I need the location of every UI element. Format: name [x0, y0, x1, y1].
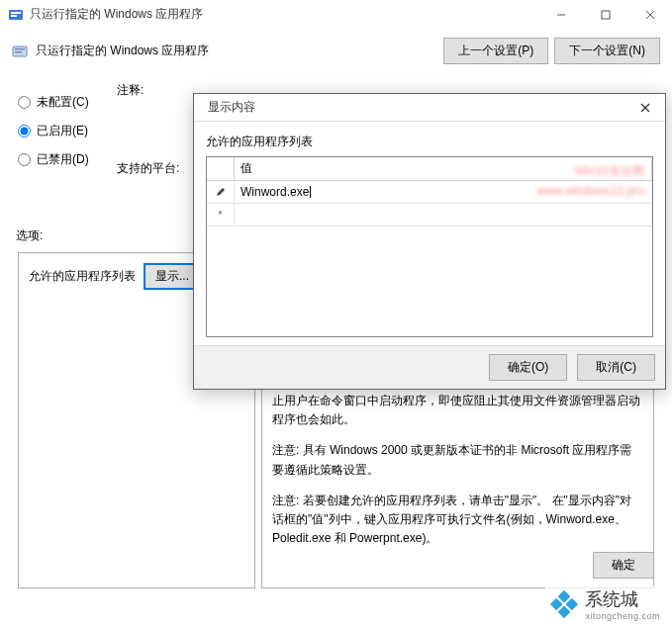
svg-rect-4 [602, 11, 610, 19]
svg-rect-8 [15, 48, 25, 50]
radio-disabled[interactable]: 已禁用(D) [18, 151, 107, 168]
svg-rect-9 [15, 51, 22, 53]
help-p1: 止用户在命令窗口中启动程序，即使应阻止其使用文件资源管理器启动程序也会如此。 [272, 392, 643, 429]
dialog-list-label: 允许的应用程序列表 [206, 134, 653, 150]
dialog-titlebar: 显示内容 [194, 94, 665, 122]
svg-rect-15 [558, 605, 571, 618]
value-grid[interactable]: Win10专业网 www.windows10.pro 值 Winword.exe… [206, 156, 653, 337]
radio-disabled-input[interactable] [18, 153, 31, 166]
branding-url: xitongcheng.com [585, 611, 660, 621]
header-row: 只运行指定的 Windows 应用程序 上一个设置(P) 下一个设置(N) [0, 30, 672, 72]
app-icon [8, 7, 24, 23]
dialog-title: 显示内容 [208, 99, 625, 116]
radio-enabled-input[interactable] [18, 125, 31, 137]
help-p2: 注意: 具有 Windows 2000 或更新版本证书的非 Microsoft … [272, 441, 643, 479]
svg-rect-1 [11, 12, 21, 14]
branding-text: 系统城 xitongcheng.com [585, 587, 660, 621]
svg-rect-2 [11, 15, 17, 17]
pencil-icon [207, 181, 235, 203]
window-title: 只运行指定的 Windows 应用程序 [30, 6, 538, 23]
dialog-ok-button[interactable]: 确定(O) [489, 354, 567, 381]
radio-enabled-label: 已启用(E) [37, 123, 88, 139]
dialog-body: 允许的应用程序列表 Win10专业网 www.windows10.pro 值 W… [194, 122, 665, 345]
window-controls [538, 0, 672, 30]
grid-header: 值 [207, 157, 652, 181]
main-titlebar: 只运行指定的 Windows 应用程序 [0, 0, 672, 30]
minimize-button[interactable] [538, 0, 583, 30]
maximize-button[interactable] [583, 0, 627, 30]
dialog-cancel-button[interactable]: 取消(C) [577, 354, 655, 381]
radio-column: 未配置(C) 已启用(E) 已禁用(D) [18, 82, 107, 180]
grid-row-edit[interactable]: Winword.exe [207, 181, 652, 204]
main-footer: 确定 [593, 552, 654, 579]
policy-icon [12, 44, 28, 59]
grid-header-rowhead [207, 157, 235, 180]
grid-header-value[interactable]: 值 [235, 157, 652, 180]
grid-cell-value-edit[interactable]: Winword.exe [235, 181, 652, 203]
radio-not-configured-input[interactable] [18, 96, 31, 109]
next-setting-button[interactable]: 下一个设置(N) [554, 38, 660, 64]
dialog-window-controls [625, 94, 665, 122]
branding-logo-icon [549, 589, 579, 619]
help-p3: 注意: 若要创建允许的应用程序列表，请单击"显示"。 在"显示内容"对话框的"值… [272, 492, 643, 549]
close-button[interactable] [627, 0, 672, 30]
radio-disabled-label: 已禁用(D) [37, 151, 89, 168]
branding-name: 系统城 [585, 587, 660, 611]
radio-not-configured[interactable]: 未配置(C) [18, 94, 107, 111]
header-title: 只运行指定的 Windows 应用程序 [36, 43, 437, 59]
prev-setting-button[interactable]: 上一个设置(P) [443, 38, 548, 64]
dialog-footer: 确定(O) 取消(C) [194, 345, 665, 389]
ok-button[interactable]: 确定 [593, 552, 654, 579]
grid-cell-value-text: Winword.exe [240, 185, 309, 199]
grid-cell-value-new[interactable] [235, 204, 652, 225]
dialog-close-button[interactable] [625, 94, 665, 122]
state-radio-group: 未配置(C) 已启用(E) 已禁用(D) [18, 94, 107, 168]
svg-rect-12 [558, 590, 571, 603]
show-content-dialog: 显示内容 允许的应用程序列表 Win10专业网 www.windows10.pr… [193, 93, 666, 390]
branding-overlay: 系统城 xitongcheng.com [545, 585, 664, 623]
svg-rect-14 [550, 598, 563, 611]
radio-enabled[interactable]: 已启用(E) [18, 123, 107, 139]
grid-row-new[interactable]: * [207, 204, 652, 226]
text-cursor [310, 186, 311, 198]
radio-not-configured-label: 未配置(C) [37, 94, 89, 111]
svg-rect-13 [566, 598, 579, 611]
asterisk-icon: * [207, 204, 235, 225]
allowed-list-label: 允许的应用程序列表 [29, 268, 136, 285]
